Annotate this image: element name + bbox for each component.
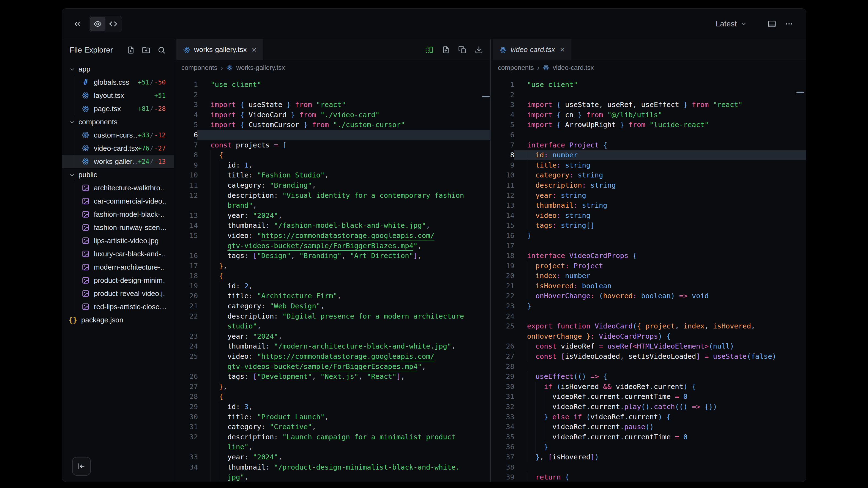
code-line[interactable]: brand", <box>174 200 490 210</box>
code-line[interactable]: gtv-videos-bucket/sample/ForBiggerEscape… <box>174 361 490 371</box>
code-line[interactable]: 3import { useState, useRef, useEffect } … <box>491 100 806 110</box>
code-line[interactable]: 7const projects = [ <box>174 140 490 150</box>
code-line[interactable]: 35videoRef.current.currentTime = 0 <box>491 432 806 442</box>
code-line[interactable]: 1"use client" <box>491 79 806 90</box>
code-line[interactable]: line", <box>174 442 490 452</box>
code-line[interactable]: 11description: string <box>491 180 806 190</box>
tab-video-card[interactable]: video-card.tsx × <box>493 39 571 60</box>
code-line[interactable]: 16} <box>491 230 806 241</box>
search-files-button[interactable] <box>157 46 166 54</box>
collapse-sidebar-button[interactable] <box>72 457 91 476</box>
code-line[interactable]: 5import { ArrowUpRight } from "lucide-re… <box>491 120 806 130</box>
code-line[interactable]: 4import { VideoCard } from "./video-card… <box>174 110 490 120</box>
code-line[interactable]: 24thumbnail: "/modern-architecture-black… <box>174 341 490 351</box>
code-line[interactable]: 19project: Project <box>491 261 806 271</box>
code-line[interactable]: 27const [isVideoLoaded, setIsVideoLoaded… <box>491 351 806 361</box>
tree-file-architecture-walkthro-[interactable]: architecture-walkthro… <box>62 181 174 194</box>
breadcrumb-file[interactable]: video-card.tsx <box>553 64 594 71</box>
tree-folder-components[interactable]: components <box>62 115 174 128</box>
code-line[interactable]: 14thumbnail: "/fashion-model-black-and-w… <box>174 220 490 230</box>
tree-file-fashion-runway-scen-[interactable]: fashion-runway-scen… <box>62 221 174 234</box>
code-line[interactable]: 12year: string <box>491 190 806 200</box>
tree-folder-public[interactable]: public <box>62 168 174 181</box>
code-line[interactable]: 31videoRef.current.currentTime = 0 <box>491 391 806 402</box>
code-line[interactable]: 9title: string <box>491 160 806 170</box>
tree-file-luxury-car-black-and-[interactable]: luxury-car-black-and-… <box>62 247 174 261</box>
code-line[interactable]: 2 <box>491 90 806 100</box>
code-line[interactable]: 6 <box>491 130 806 140</box>
code-line[interactable]: 19id: 2, <box>174 281 490 291</box>
scrollbar-thumb[interactable] <box>482 96 490 97</box>
code-line[interactable]: 1"use client" <box>174 79 490 90</box>
code-line[interactable]: 6 <box>174 130 490 140</box>
code-line[interactable]: 9id: 1, <box>174 160 490 170</box>
code-line[interactable]: 30title: "Product Launch", <box>174 412 490 422</box>
code-line[interactable]: 18{ <box>174 271 490 281</box>
new-folder-button[interactable] <box>142 46 150 54</box>
code-line[interactable]: 11category: "Branding", <box>174 180 490 190</box>
code-toggle-button[interactable] <box>105 17 121 31</box>
code-line[interactable]: 33} else if (videoRef.current) { <box>491 412 806 422</box>
scrollbar-thumb[interactable] <box>797 92 804 93</box>
code-line[interactable]: 18interface VideoCardProps { <box>491 251 806 261</box>
code-line[interactable]: 34thumbnail: "/product-design-minimalist… <box>174 462 490 472</box>
code-line[interactable]: 3import { useState } from "react" <box>174 100 490 110</box>
preview-toggle-button[interactable] <box>90 17 105 31</box>
tree-file-product-reveal-video.j-[interactable]: product-reveal-video.j… <box>62 287 174 300</box>
code-line[interactable]: 21isHovered: boolean <box>491 281 806 291</box>
code-line[interactable]: 25export function VideoCard({ project, i… <box>491 321 806 331</box>
breadcrumb-folder[interactable]: components <box>498 64 534 71</box>
tree-file-modern-architecture-[interactable]: modern-architecture-… <box>62 261 174 274</box>
new-file-button[interactable] <box>127 46 135 54</box>
code-line[interactable]: onHoverChange }: VideoCardProps) { <box>491 331 806 341</box>
code-editor-video-card[interactable]: 1"use client"23import { useState, useRef… <box>491 75 806 482</box>
code-line[interactable]: 13year: "2024", <box>174 210 490 221</box>
code-line[interactable]: 4import { cn } from "@/lib/utils" <box>491 110 806 120</box>
code-line[interactable]: 29useEffect(() => { <box>491 371 806 382</box>
tree-file-works-galler-[interactable]: works-galler…+24/-13 <box>62 155 174 168</box>
tab-works-gallery[interactable]: works-gallery.tsx × <box>177 39 263 60</box>
code-line[interactable]: 13thumbnail: string <box>491 200 806 210</box>
code-line[interactable]: 14video: string <box>491 210 806 221</box>
copy-file-button[interactable] <box>458 46 466 54</box>
code-line[interactable]: 5import { CustomCursor } from "./custom-… <box>174 120 490 130</box>
code-line[interactable]: 15video: "https://commondatastorage.goog… <box>174 230 490 241</box>
panel-layout-button[interactable] <box>768 20 776 28</box>
tree-file-layout.tsx[interactable]: layout.tsx+51 <box>62 89 174 102</box>
code-line[interactable]: 10category: string <box>491 170 806 180</box>
code-line[interactable]: 16tags: ["Design", "Branding", "Art Dire… <box>174 251 490 261</box>
code-line[interactable]: 28{ <box>174 391 490 402</box>
breadcrumb-file[interactable]: works-gallery.tsx <box>236 64 285 71</box>
code-line[interactable]: jpg", <box>174 472 490 482</box>
split-editor-button[interactable] <box>425 46 433 54</box>
tree-file-video-card.tsx[interactable]: video-card.tsx+76/-27 <box>62 142 174 155</box>
code-line[interactable]: 17}, <box>174 261 490 271</box>
code-line[interactable]: 20index: number <box>491 271 806 281</box>
tree-file-product-design-minim-[interactable]: product-design-minim… <box>62 274 174 287</box>
code-line[interactable]: 24 <box>491 311 806 321</box>
code-line[interactable]: 10title: "Fashion Studio", <box>174 170 490 180</box>
code-line[interactable]: 12description: "Visual identity for a co… <box>174 190 490 200</box>
tree-folder-app[interactable]: app <box>62 62 174 76</box>
tree-file-package.json[interactable]: {}package.json <box>62 313 174 327</box>
code-line[interactable]: 39return ( <box>491 472 806 482</box>
add-file-button[interactable] <box>442 46 450 54</box>
more-options-button[interactable] <box>785 20 794 28</box>
code-line[interactable]: 36} <box>491 442 806 452</box>
code-line[interactable]: 2 <box>174 90 490 100</box>
code-line[interactable]: 25video: "https://commondatastorage.goog… <box>174 351 490 361</box>
code-line[interactable]: 32description: "Launch campaign for a mi… <box>174 432 490 442</box>
breadcrumb-folder[interactable]: components <box>181 64 217 71</box>
tree-file-fashion-model-black-[interactable]: fashion-model-black-… <box>62 208 174 221</box>
version-selector[interactable]: Latest <box>716 20 747 28</box>
download-button[interactable] <box>475 46 483 54</box>
code-line[interactable]: 15tags: string[] <box>491 220 806 230</box>
code-line[interactable]: 30if (isHovered && videoRef.current) { <box>491 382 806 392</box>
code-line[interactable]: 7interface Project { <box>491 140 806 150</box>
code-line[interactable]: 28 <box>491 361 806 371</box>
tree-file-globals.css[interactable]: #globals.css+51/-50 <box>62 76 174 89</box>
tree-file-custom-curs-[interactable]: custom-curs…+33/-12 <box>62 128 174 142</box>
code-line[interactable]: 23year: "2024", <box>174 331 490 341</box>
code-line[interactable]: 21category: "Web Design", <box>174 301 490 311</box>
code-line[interactable]: 23} <box>491 301 806 311</box>
